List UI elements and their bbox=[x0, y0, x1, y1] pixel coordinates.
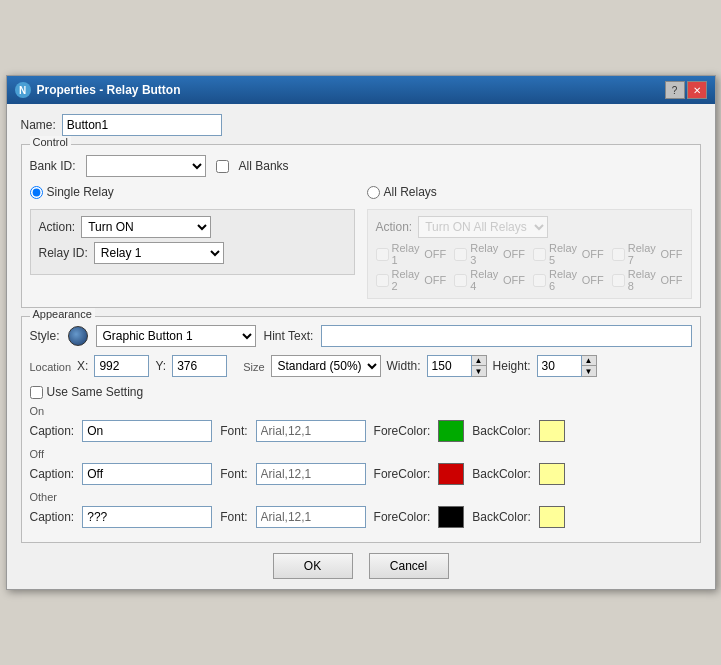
app-icon: N bbox=[15, 82, 31, 98]
relay-8-label: Relay 8 bbox=[628, 268, 658, 292]
bank-id-select[interactable] bbox=[86, 155, 206, 177]
relay-1-item: Relay 1 OFF bbox=[376, 242, 447, 266]
off-caption-row: Caption: Font: ForeColor: BackColor: bbox=[30, 463, 692, 485]
relay-grid: Relay 1 OFF Relay 3 OFF bbox=[376, 242, 683, 292]
relay-6-check[interactable] bbox=[533, 274, 546, 287]
relay-1-check[interactable] bbox=[376, 248, 389, 261]
bank-id-label: Bank ID: bbox=[30, 159, 76, 173]
relay-2-state: OFF bbox=[424, 274, 446, 286]
location-size-row: Location X: Y: Size Standard (50%) Large… bbox=[30, 355, 692, 377]
relay-1-label: Relay 1 bbox=[392, 242, 422, 266]
y-input[interactable] bbox=[172, 355, 227, 377]
other-font-input[interactable] bbox=[256, 506, 366, 528]
cancel-button[interactable]: Cancel bbox=[369, 553, 449, 579]
single-relay-radio[interactable] bbox=[30, 186, 43, 199]
location-group: Location X: Y: bbox=[30, 355, 228, 377]
other-section: Other Caption: Font: ForeColor: BackColo… bbox=[30, 491, 692, 528]
other-caption-row: Caption: Font: ForeColor: BackColor: bbox=[30, 506, 692, 528]
off-section: Off Caption: Font: ForeColor: BackColor: bbox=[30, 448, 692, 485]
relay-3-item: Relay 3 OFF bbox=[454, 242, 525, 266]
height-down-button[interactable]: ▼ bbox=[582, 366, 596, 376]
properties-dialog: N Properties - Relay Button ? ✕ Name: Co… bbox=[6, 75, 716, 590]
relay-2-item: Relay 2 OFF bbox=[376, 268, 447, 292]
hint-text-input[interactable] bbox=[321, 325, 691, 347]
on-back-color-label: BackColor: bbox=[472, 424, 531, 438]
dialog-content: Name: Control Bank ID: All Banks bbox=[7, 104, 715, 589]
single-action-select[interactable]: Turn ON Turn OFF Toggle bbox=[81, 216, 211, 238]
relay-7-label: Relay 7 bbox=[628, 242, 658, 266]
relay-5-check[interactable] bbox=[533, 248, 546, 261]
other-fore-color-box[interactable] bbox=[438, 506, 464, 528]
all-banks-checkbox[interactable] bbox=[216, 160, 229, 173]
width-down-button[interactable]: ▼ bbox=[472, 366, 486, 376]
control-columns: Single Relay Action: Turn ON Turn OFF To… bbox=[30, 185, 692, 299]
relay-3-check[interactable] bbox=[454, 248, 467, 261]
y-label: Y: bbox=[155, 359, 166, 373]
off-fore-color-box[interactable] bbox=[438, 463, 464, 485]
height-spin-buttons: ▲ ▼ bbox=[582, 355, 597, 377]
relay-7-state: OFF bbox=[661, 248, 683, 260]
off-font-input[interactable] bbox=[256, 463, 366, 485]
name-label: Name: bbox=[21, 118, 56, 132]
on-caption-input[interactable] bbox=[82, 420, 212, 442]
all-relays-radio[interactable] bbox=[367, 186, 380, 199]
style-select[interactable]: Graphic Button 1 Graphic Button 2 Text B… bbox=[96, 325, 256, 347]
off-back-color-box[interactable] bbox=[539, 463, 565, 485]
close-button[interactable]: ✕ bbox=[687, 81, 707, 99]
on-section: On Caption: Font: ForeColor: BackColor: bbox=[30, 405, 692, 442]
off-caption-input[interactable] bbox=[82, 463, 212, 485]
relay-id-label: Relay ID: bbox=[39, 246, 88, 260]
relay-4-state: OFF bbox=[503, 274, 525, 286]
all-action-select[interactable]: Turn ON All Relays Turn OFF All Relays bbox=[418, 216, 548, 238]
relay-id-select[interactable]: Relay 1 Relay 2 Relay 3 Relay 4 Relay 5 … bbox=[94, 242, 224, 264]
relay-7-item: Relay 7 OFF bbox=[612, 242, 683, 266]
use-same-checkbox[interactable] bbox=[30, 386, 43, 399]
ok-button[interactable]: OK bbox=[273, 553, 353, 579]
relay-id-row: Relay ID: Relay 1 Relay 2 Relay 3 Relay … bbox=[39, 242, 346, 264]
height-spinner: ▲ ▼ bbox=[537, 355, 597, 377]
relay-3-state: OFF bbox=[503, 248, 525, 260]
on-caption-row: Caption: Font: ForeColor: BackColor: bbox=[30, 420, 692, 442]
other-section-label: Other bbox=[30, 491, 692, 503]
on-fore-color-box[interactable] bbox=[438, 420, 464, 442]
graphic-button-icon bbox=[68, 326, 88, 346]
x-input[interactable] bbox=[94, 355, 149, 377]
other-fore-color-label: ForeColor: bbox=[374, 510, 431, 524]
on-section-label: On bbox=[30, 405, 692, 417]
relay-4-check[interactable] bbox=[454, 274, 467, 287]
x-label: X: bbox=[77, 359, 88, 373]
window-title: Properties - Relay Button bbox=[37, 83, 181, 97]
titlebar: N Properties - Relay Button ? ✕ bbox=[7, 76, 715, 104]
height-up-button[interactable]: ▲ bbox=[582, 356, 596, 366]
height-input[interactable] bbox=[537, 355, 582, 377]
help-button[interactable]: ? bbox=[665, 81, 685, 99]
on-fore-color-label: ForeColor: bbox=[374, 424, 431, 438]
relay-7-check[interactable] bbox=[612, 248, 625, 261]
relay-2-label: Relay 2 bbox=[392, 268, 422, 292]
relay-8-check[interactable] bbox=[612, 274, 625, 287]
on-back-color-box[interactable] bbox=[539, 420, 565, 442]
appearance-title: Appearance bbox=[30, 308, 95, 320]
width-spin-buttons: ▲ ▼ bbox=[472, 355, 487, 377]
size-group: Size Standard (50%) Large (100%) Small (… bbox=[243, 355, 596, 377]
single-relay-label: Single Relay bbox=[47, 185, 114, 199]
all-relays-group: All Relays Action: Turn ON All Relays Tu… bbox=[367, 185, 692, 299]
single-relay-group: Single Relay Action: Turn ON Turn OFF To… bbox=[30, 185, 355, 299]
other-back-color-box[interactable] bbox=[539, 506, 565, 528]
relay-4-label: Relay 4 bbox=[470, 268, 500, 292]
titlebar-buttons: ? ✕ bbox=[665, 81, 707, 99]
style-label: Style: bbox=[30, 329, 60, 343]
size-group-label: Size bbox=[243, 361, 264, 373]
width-label: Width: bbox=[387, 359, 421, 373]
hint-text-label: Hint Text: bbox=[264, 329, 314, 343]
relay-2-check[interactable] bbox=[376, 274, 389, 287]
other-caption-input[interactable] bbox=[82, 506, 212, 528]
on-font-input[interactable] bbox=[256, 420, 366, 442]
all-relays-radio-label[interactable]: All Relays bbox=[367, 185, 692, 199]
name-input[interactable] bbox=[62, 114, 222, 136]
single-action-label: Action: bbox=[39, 220, 76, 234]
width-input[interactable] bbox=[427, 355, 472, 377]
single-relay-radio-label[interactable]: Single Relay bbox=[30, 185, 355, 199]
width-up-button[interactable]: ▲ bbox=[472, 356, 486, 366]
size-select[interactable]: Standard (50%) Large (100%) Small (25%) bbox=[271, 355, 381, 377]
